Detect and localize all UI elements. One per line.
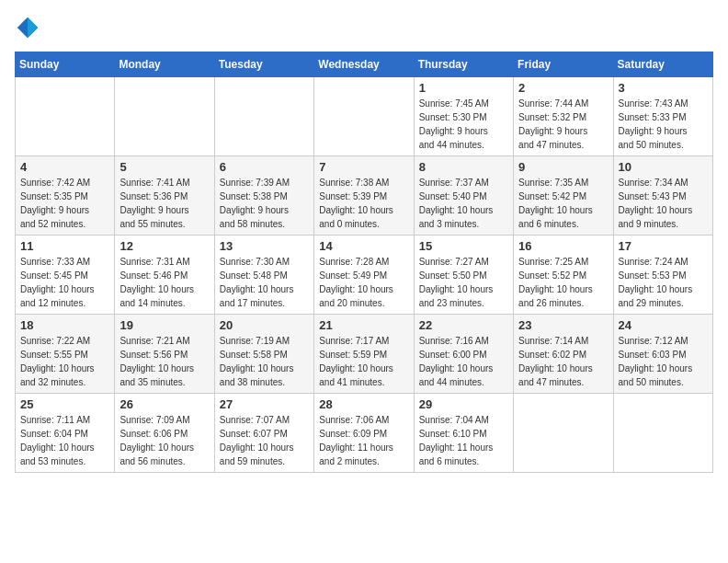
weekday-header: Friday <box>514 52 613 77</box>
day-info: Sunrise: 7:28 AM Sunset: 5:49 PM Dayligh… <box>319 255 408 310</box>
day-number: 18 <box>20 318 109 332</box>
day-info: Sunrise: 7:21 AM Sunset: 5:56 PM Dayligh… <box>119 334 209 389</box>
day-info: Sunrise: 7:44 AM Sunset: 5:32 PM Dayligh… <box>518 97 608 152</box>
day-number: 6 <box>220 160 309 174</box>
day-number: 22 <box>419 318 508 332</box>
day-info: Sunrise: 7:42 AM Sunset: 5:35 PM Dayligh… <box>20 176 109 231</box>
day-info: Sunrise: 7:35 AM Sunset: 5:42 PM Dayligh… <box>518 176 608 231</box>
calendar-cell: 24Sunrise: 7:12 AM Sunset: 6:03 PM Dayli… <box>613 315 712 394</box>
calendar-cell: 6Sunrise: 7:39 AM Sunset: 5:38 PM Daylig… <box>214 156 313 236</box>
day-info: Sunrise: 7:06 AM Sunset: 6:09 PM Dayligh… <box>319 413 408 468</box>
calendar-cell <box>16 77 115 156</box>
day-info: Sunrise: 7:14 AM Sunset: 6:02 PM Dayligh… <box>518 334 608 389</box>
day-number: 26 <box>119 397 209 411</box>
weekday-header: Monday <box>115 52 214 77</box>
day-number: 14 <box>319 239 408 253</box>
weekday-header: Wednesday <box>314 52 414 77</box>
header <box>15 15 713 40</box>
svg-marker-1 <box>28 17 38 38</box>
day-number: 5 <box>119 160 209 174</box>
calendar-cell: 9Sunrise: 7:35 AM Sunset: 5:42 PM Daylig… <box>514 156 613 236</box>
day-number: 10 <box>619 160 708 174</box>
day-info: Sunrise: 7:25 AM Sunset: 5:52 PM Dayligh… <box>518 255 608 310</box>
day-number: 4 <box>20 160 109 174</box>
day-number: 7 <box>319 160 408 174</box>
day-info: Sunrise: 7:24 AM Sunset: 5:53 PM Dayligh… <box>619 255 708 310</box>
day-number: 28 <box>319 397 408 411</box>
weekday-header: Tuesday <box>214 52 313 77</box>
calendar-cell: 26Sunrise: 7:09 AM Sunset: 6:06 PM Dayli… <box>115 394 214 473</box>
day-info: Sunrise: 7:17 AM Sunset: 5:59 PM Dayligh… <box>319 334 408 389</box>
calendar-cell: 17Sunrise: 7:24 AM Sunset: 5:53 PM Dayli… <box>613 236 712 315</box>
calendar-cell: 4Sunrise: 7:42 AM Sunset: 5:35 PM Daylig… <box>16 156 115 236</box>
calendar-cell: 18Sunrise: 7:22 AM Sunset: 5:55 PM Dayli… <box>16 315 115 394</box>
calendar-cell: 13Sunrise: 7:30 AM Sunset: 5:48 PM Dayli… <box>214 236 313 315</box>
day-info: Sunrise: 7:34 AM Sunset: 5:43 PM Dayligh… <box>619 176 708 231</box>
day-number: 8 <box>419 160 508 174</box>
calendar-cell: 7Sunrise: 7:38 AM Sunset: 5:39 PM Daylig… <box>314 156 414 236</box>
day-info: Sunrise: 7:33 AM Sunset: 5:45 PM Dayligh… <box>20 255 109 310</box>
day-number: 25 <box>20 397 109 411</box>
calendar-week-row: 25Sunrise: 7:11 AM Sunset: 6:04 PM Dayli… <box>16 394 713 473</box>
day-number: 12 <box>119 239 209 253</box>
calendar-week-row: 18Sunrise: 7:22 AM Sunset: 5:55 PM Dayli… <box>16 315 713 394</box>
calendar-cell: 5Sunrise: 7:41 AM Sunset: 5:36 PM Daylig… <box>115 156 214 236</box>
calendar-week-row: 1Sunrise: 7:45 AM Sunset: 5:30 PM Daylig… <box>16 77 713 156</box>
calendar-cell <box>115 77 214 156</box>
calendar-week-row: 11Sunrise: 7:33 AM Sunset: 5:45 PM Dayli… <box>16 236 713 315</box>
calendar-cell: 29Sunrise: 7:04 AM Sunset: 6:10 PM Dayli… <box>414 394 513 473</box>
day-number: 27 <box>220 397 309 411</box>
calendar-cell: 21Sunrise: 7:17 AM Sunset: 5:59 PM Dayli… <box>314 315 414 394</box>
day-number: 19 <box>119 318 209 332</box>
calendar-cell: 11Sunrise: 7:33 AM Sunset: 5:45 PM Dayli… <box>16 236 115 315</box>
weekday-header: Sunday <box>16 52 115 77</box>
calendar-cell: 20Sunrise: 7:19 AM Sunset: 5:58 PM Dayli… <box>214 315 313 394</box>
day-number: 13 <box>220 239 309 253</box>
weekday-header: Thursday <box>414 52 513 77</box>
day-number: 15 <box>419 239 508 253</box>
calendar-cell <box>214 77 313 156</box>
day-info: Sunrise: 7:37 AM Sunset: 5:40 PM Dayligh… <box>419 176 508 231</box>
day-number: 17 <box>619 239 708 253</box>
calendar-week-row: 4Sunrise: 7:42 AM Sunset: 5:35 PM Daylig… <box>16 156 713 236</box>
day-info: Sunrise: 7:12 AM Sunset: 6:03 PM Dayligh… <box>619 334 708 389</box>
calendar-cell: 14Sunrise: 7:28 AM Sunset: 5:49 PM Dayli… <box>314 236 414 315</box>
calendar-cell: 19Sunrise: 7:21 AM Sunset: 5:56 PM Dayli… <box>115 315 214 394</box>
calendar-cell <box>613 394 712 473</box>
day-info: Sunrise: 7:11 AM Sunset: 6:04 PM Dayligh… <box>20 413 109 468</box>
calendar-cell: 10Sunrise: 7:34 AM Sunset: 5:43 PM Dayli… <box>613 156 712 236</box>
day-info: Sunrise: 7:45 AM Sunset: 5:30 PM Dayligh… <box>419 97 508 152</box>
calendar-cell: 27Sunrise: 7:07 AM Sunset: 6:07 PM Dayli… <box>214 394 313 473</box>
calendar-cell: 16Sunrise: 7:25 AM Sunset: 5:52 PM Dayli… <box>514 236 613 315</box>
day-info: Sunrise: 7:39 AM Sunset: 5:38 PM Dayligh… <box>220 176 309 231</box>
calendar-cell: 3Sunrise: 7:43 AM Sunset: 5:33 PM Daylig… <box>613 77 712 156</box>
calendar-cell: 2Sunrise: 7:44 AM Sunset: 5:32 PM Daylig… <box>514 77 613 156</box>
calendar-cell: 25Sunrise: 7:11 AM Sunset: 6:04 PM Dayli… <box>16 394 115 473</box>
calendar-cell: 15Sunrise: 7:27 AM Sunset: 5:50 PM Dayli… <box>414 236 513 315</box>
day-info: Sunrise: 7:19 AM Sunset: 5:58 PM Dayligh… <box>220 334 309 389</box>
day-number: 20 <box>220 318 309 332</box>
calendar-cell <box>514 394 613 473</box>
day-number: 21 <box>319 318 408 332</box>
calendar-body: 1Sunrise: 7:45 AM Sunset: 5:30 PM Daylig… <box>16 77 713 473</box>
day-info: Sunrise: 7:22 AM Sunset: 5:55 PM Dayligh… <box>20 334 109 389</box>
day-info: Sunrise: 7:38 AM Sunset: 5:39 PM Dayligh… <box>319 176 408 231</box>
day-number: 3 <box>619 81 708 95</box>
day-number: 29 <box>419 397 508 411</box>
day-info: Sunrise: 7:07 AM Sunset: 6:07 PM Dayligh… <box>220 413 309 468</box>
day-number: 23 <box>518 318 608 332</box>
day-info: Sunrise: 7:16 AM Sunset: 6:00 PM Dayligh… <box>419 334 508 389</box>
calendar-cell: 1Sunrise: 7:45 AM Sunset: 5:30 PM Daylig… <box>414 77 513 156</box>
day-number: 11 <box>20 239 109 253</box>
calendar-cell: 22Sunrise: 7:16 AM Sunset: 6:00 PM Dayli… <box>414 315 513 394</box>
day-info: Sunrise: 7:04 AM Sunset: 6:10 PM Dayligh… <box>419 413 508 468</box>
day-info: Sunrise: 7:30 AM Sunset: 5:48 PM Dayligh… <box>220 255 309 310</box>
calendar-cell: 23Sunrise: 7:14 AM Sunset: 6:02 PM Dayli… <box>514 315 613 394</box>
day-info: Sunrise: 7:31 AM Sunset: 5:46 PM Dayligh… <box>119 255 209 310</box>
calendar-cell: 8Sunrise: 7:37 AM Sunset: 5:40 PM Daylig… <box>414 156 513 236</box>
calendar-header-row: SundayMondayTuesdayWednesdayThursdayFrid… <box>16 52 713 77</box>
logo-icon <box>15 15 40 40</box>
day-number: 1 <box>419 81 508 95</box>
calendar-cell <box>314 77 414 156</box>
calendar-cell: 28Sunrise: 7:06 AM Sunset: 6:09 PM Dayli… <box>314 394 414 473</box>
